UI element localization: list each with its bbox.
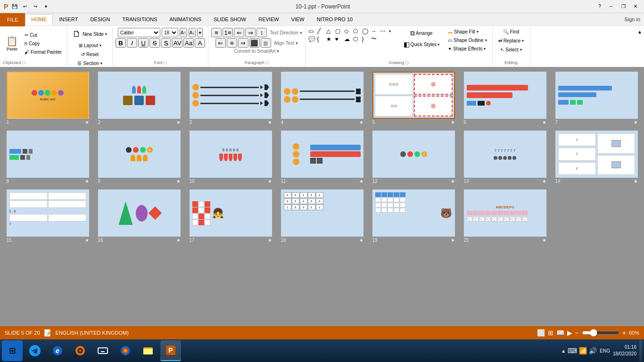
shape-diamond-icon[interactable]: ◇	[344, 28, 353, 34]
network-icon[interactable]: 📶	[579, 347, 587, 354]
select-button[interactable]: ↖ Select ▾	[498, 46, 524, 54]
close-button[interactable]: ✕	[631, 2, 640, 11]
columns-button[interactable]: ⫼	[261, 38, 271, 48]
align-left-button[interactable]: ⇐	[215, 38, 226, 48]
restore-button[interactable]: ❐	[619, 2, 628, 11]
convert-smartart-button[interactable]: Convert to SmartArt ▾	[234, 49, 279, 54]
sign-in-button[interactable]: Sign in	[624, 16, 640, 22]
underline-button[interactable]: U	[138, 38, 149, 48]
slide-item-16[interactable]: 16 ★	[96, 189, 182, 243]
minimize-button[interactable]: ─	[606, 2, 616, 11]
shape-outline-dropdown-icon[interactable]: ▾	[485, 38, 487, 42]
tab-slideshow[interactable]: SLIDE SHOW	[207, 14, 252, 25]
keyboard-layout-icon[interactable]: ⌨	[568, 347, 577, 354]
reset-button[interactable]: ↺ Reset	[79, 50, 101, 58]
tab-transitions[interactable]: TRANSITIONS	[116, 14, 164, 25]
explorer-button[interactable]	[138, 340, 158, 361]
text-direction-button[interactable]: Text Direction ▾	[270, 30, 302, 35]
find-button[interactable]: 🔍 Find	[501, 28, 521, 36]
new-slide-button[interactable]: 🗋 New Slide ▾	[70, 28, 109, 41]
shape-wave-icon[interactable]: 〜	[371, 35, 380, 43]
bold-button[interactable]: B	[116, 38, 126, 48]
slide-thumb-5[interactable]	[372, 72, 455, 119]
slide-thumb-9[interactable]: 6	[98, 131, 181, 178]
slide-thumb-19[interactable]: 🐻	[372, 189, 455, 237]
shape-heart-icon[interactable]: ♥	[335, 36, 344, 42]
numbering-button[interactable]: 1≡	[223, 28, 233, 37]
zoom-in-button[interactable]: +	[622, 329, 626, 337]
slide-thumb-16[interactable]	[98, 189, 181, 237]
font-increase-button[interactable]: A↑	[180, 28, 187, 37]
align-text-button[interactable]: Align Text ▾	[274, 41, 298, 46]
slide-thumb-2[interactable]	[98, 72, 181, 119]
slide-thumb-11[interactable]	[281, 131, 363, 178]
tray-arrow-icon[interactable]: ▲	[561, 348, 566, 354]
quick-styles-button[interactable]: ◧ Quick Styles ▾	[401, 39, 442, 49]
firefox-button[interactable]	[115, 340, 136, 361]
slide-item-12[interactable]: 7 12 ★	[371, 131, 456, 184]
shadow-button[interactable]: S	[161, 38, 171, 48]
volume-icon[interactable]: 🔊	[589, 347, 597, 354]
tab-insert[interactable]: INSERT	[53, 14, 84, 25]
shape-bracket-icon[interactable]: {	[317, 36, 326, 42]
lang-label[interactable]: ENG	[600, 348, 610, 354]
normal-view-icon[interactable]: ⬜	[537, 329, 545, 337]
shape-more-icon[interactable]: ⋯	[380, 28, 388, 34]
drawing-expand-icon[interactable]: ⬡	[405, 61, 409, 65]
change-case-button[interactable]: Aa	[183, 38, 194, 48]
bullets-button[interactable]: ≡	[211, 28, 222, 37]
justify-button[interactable]: ⬛	[249, 38, 260, 48]
slide-item-9[interactable]: 6 9 ★	[96, 131, 182, 184]
slide-thumb-18[interactable]: 2 5 1 5 2 3 5 2 5 3 1 5 3	[281, 189, 363, 237]
customize-qat-button[interactable]: ▾	[42, 3, 50, 10]
slide-thumb-10[interactable]: 6 6 6 6 6	[190, 131, 272, 178]
collapse-ribbon-button[interactable]: ▲	[636, 27, 644, 36]
increase-indent-button[interactable]: ⇒	[245, 28, 256, 37]
slide-thumb-1[interactable]: Arabic text	[7, 72, 89, 119]
strikethrough-button[interactable]: S	[149, 38, 160, 48]
shape-triangle-icon[interactable]: △	[326, 28, 335, 34]
tab-design[interactable]: DESIGN	[84, 14, 116, 25]
zoom-out-button[interactable]: −	[575, 329, 579, 337]
zoom-slider[interactable]	[582, 329, 619, 337]
slide-thumb-12[interactable]: 7	[372, 131, 455, 178]
font-decrease-button[interactable]: A↓	[189, 28, 196, 37]
slide-item-18[interactable]: 2 5 1 5 2 3 5 2 5 3 1 5 3	[279, 189, 365, 243]
replace-button[interactable]: ⇄ Replace ▾	[496, 37, 527, 45]
slide-item-5[interactable]: 5 ★	[371, 72, 456, 125]
slide-thumb-4[interactable]	[281, 72, 363, 119]
shape-fill-button[interactable]: ▬ Shape Fill ▾	[446, 28, 489, 36]
slide-item-14[interactable]: 4 5 6	[553, 131, 639, 184]
ie-button[interactable]: e	[47, 340, 68, 361]
slide-item-19[interactable]: 🐻 19 ★	[371, 189, 456, 243]
undo-button[interactable]: ↩	[21, 3, 29, 10]
copy-button[interactable]: ⎘ Copy	[22, 40, 64, 48]
line-spacing-button[interactable]: ↕	[256, 28, 267, 37]
slide-thumb-13[interactable]: 7 7 7 7 7 7 7	[464, 131, 546, 178]
cut-button[interactable]: ✂ Cut	[22, 31, 64, 39]
paste-button[interactable]: 📋 Paste	[3, 35, 21, 53]
shape-rect-icon[interactable]: ▭	[308, 28, 317, 34]
clipboard-expand-icon[interactable]: ⬡	[22, 61, 25, 65]
tab-home[interactable]: HOME	[25, 14, 53, 25]
replace-dropdown-icon[interactable]: ▾	[522, 39, 524, 43]
slide-thumb-15[interactable]: 56 7	[7, 189, 89, 237]
shape-brace-icon[interactable]: }	[362, 36, 371, 42]
slide-item-15[interactable]: 56 7 15 ★	[5, 189, 91, 243]
shape-pentagon-icon[interactable]: ⬠	[353, 28, 362, 34]
italic-button[interactable]: I	[127, 38, 137, 48]
section-dropdown-icon[interactable]: ▾	[100, 61, 102, 66]
slide-thumb-14[interactable]: 4 5 6	[555, 131, 638, 178]
slide-thumb-7[interactable]	[555, 72, 638, 119]
align-right-button[interactable]: ⇒	[238, 38, 248, 48]
shape-arrow-icon[interactable]: →	[371, 28, 380, 34]
shape-effects-dropdown-icon[interactable]: ▾	[484, 47, 486, 51]
shape-rounded-icon[interactable]: ▢	[335, 28, 344, 34]
slide-thumb-8[interactable]	[7, 131, 89, 178]
slide-item-8[interactable]: 8 ★	[5, 131, 91, 184]
slide-item-4[interactable]: 4 ★	[279, 72, 365, 125]
tab-review[interactable]: REVIEW	[252, 14, 285, 25]
shape-oval-icon[interactable]: ◯	[362, 28, 371, 34]
slide-item-7[interactable]: 7 ★	[553, 72, 639, 125]
shape-star-icon[interactable]: ★	[326, 36, 335, 42]
